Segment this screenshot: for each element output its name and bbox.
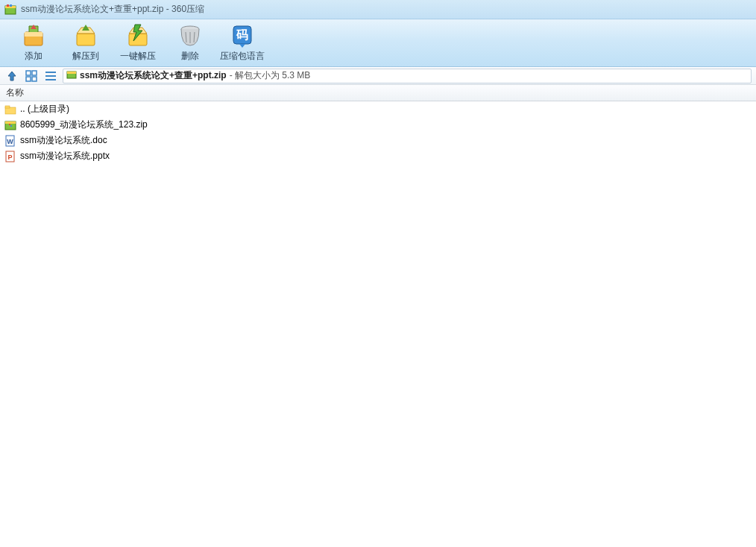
list-item[interactable]: P ssm动漫论坛系统.pptx	[0, 148, 756, 164]
svg-text:P: P	[7, 154, 12, 161]
delete-label: 删除	[181, 50, 199, 63]
svg-rect-23	[5, 107, 16, 114]
archive-lang-button[interactable]: 码 压缩包语言	[216, 21, 268, 66]
column-name: 名称	[6, 86, 24, 99]
title-bar: ssm动漫论坛系统论文+查重+ppt.zip - 360压缩	[0, 0, 756, 19]
extract-to-button[interactable]: 解压到	[60, 21, 112, 66]
file-name: .. (上级目录)	[20, 103, 69, 116]
file-name: 8605999_动漫论坛系统_123.zip	[20, 118, 148, 131]
svg-rect-22	[67, 72, 76, 74]
grid-view-icon	[25, 70, 37, 82]
svg-rect-28	[10, 125, 12, 127]
svg-rect-16	[26, 77, 31, 81]
column-header[interactable]: 名称	[0, 85, 756, 101]
toolbar: 添加 解压到 一键解压 删除 码 压缩包语言	[0, 19, 756, 67]
svg-rect-2	[7, 4, 9, 7]
view-icons-button[interactable]	[24, 69, 39, 83]
file-name: ssm动漫论坛系统.pptx	[20, 150, 110, 162]
add-button[interactable]: 添加	[7, 21, 60, 66]
svg-rect-15	[32, 71, 37, 75]
zip-icon	[4, 119, 16, 131]
svg-text:码: 码	[236, 28, 248, 41]
nav-up-button[interactable]	[4, 69, 19, 83]
pptx-icon: P	[4, 151, 16, 162]
svg-rect-17	[32, 77, 37, 81]
svg-text:W: W	[7, 138, 13, 145]
address-bar[interactable]: ssm动漫论坛系统论文+查重+ppt.zip - 解包大小为 5.3 MB	[63, 69, 752, 83]
svg-rect-26	[5, 121, 16, 124]
app-icon	[4, 4, 16, 16]
one-click-extract-button[interactable]: 一键解压	[112, 21, 164, 66]
window-title: ssm动漫论坛系统论文+查重+ppt.zip - 360压缩	[21, 3, 204, 16]
svg-rect-14	[26, 71, 31, 75]
doc-icon: W	[4, 135, 16, 147]
address-suffix: - 解包大小为 5.3 MB	[230, 69, 311, 82]
add-icon	[20, 23, 47, 48]
extract-to-label: 解压到	[72, 50, 99, 63]
folder-icon	[4, 104, 16, 116]
one-click-extract-icon	[125, 23, 151, 48]
arrow-up-icon	[6, 70, 18, 82]
nav-bar: ssm动漫论坛系统论文+查重+ppt.zip - 解包大小为 5.3 MB	[0, 67, 756, 85]
svg-rect-6	[77, 34, 95, 45]
address-file: ssm动漫论坛系统论文+查重+ppt.zip	[80, 69, 227, 82]
list-view-icon	[45, 70, 57, 82]
delete-icon	[177, 23, 204, 48]
add-label: 添加	[25, 50, 42, 63]
list-item[interactable]: W ssm动漫论坛系统.doc	[0, 133, 756, 148]
archive-lang-label: 压缩包语言	[220, 50, 265, 63]
svg-rect-27	[9, 124, 10, 125]
file-name: ssm动漫论坛系统.doc	[20, 134, 107, 147]
extract-to-icon	[72, 23, 99, 48]
archive-icon	[66, 69, 77, 82]
delete-button[interactable]: 删除	[164, 21, 216, 66]
svg-rect-24	[5, 106, 10, 108]
svg-rect-3	[10, 4, 12, 7]
list-item[interactable]: 8605999_动漫论坛系统_123.zip	[0, 117, 756, 133]
list-item[interactable]: .. (上级目录)	[0, 101, 756, 117]
archive-lang-icon: 码	[229, 23, 256, 48]
file-list: .. (上级目录) 8605999_动漫论坛系统_123.zip W ssm动漫…	[0, 101, 756, 547]
view-list-button[interactable]	[43, 69, 58, 83]
svg-rect-5	[25, 32, 42, 37]
one-click-extract-label: 一键解压	[120, 50, 156, 63]
